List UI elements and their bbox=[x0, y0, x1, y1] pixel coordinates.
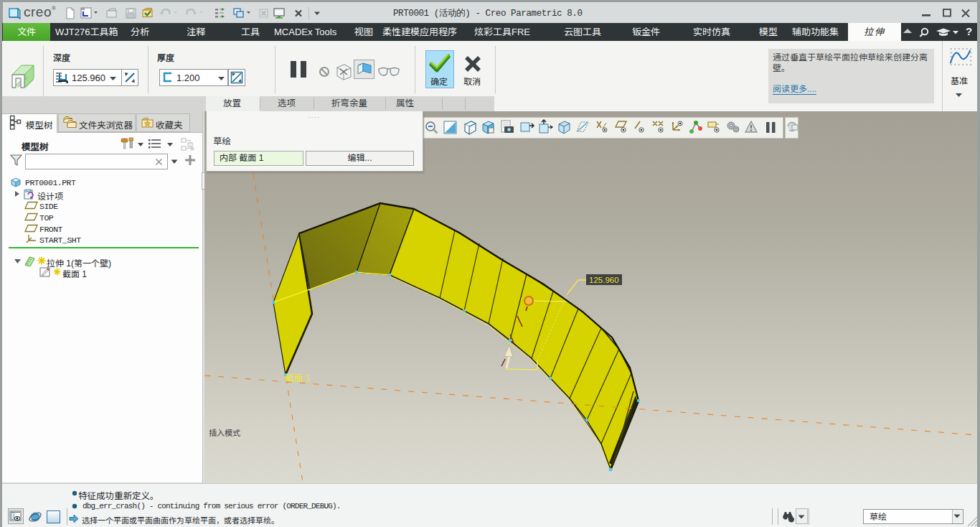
svg-text:125.960: 125.960 bbox=[589, 276, 619, 284]
svg-text:截面 1: 截面 1 bbox=[285, 370, 310, 384]
